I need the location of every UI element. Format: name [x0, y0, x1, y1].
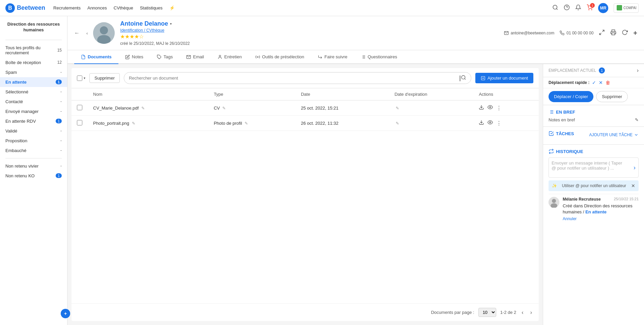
candidate-name[interactable]: Antoine Delanoe	[120, 20, 168, 27]
row-2-expiry: ✎	[389, 116, 473, 131]
move-copy-button[interactable]: Déplacer / Copier	[549, 91, 593, 102]
svg-point-31	[489, 107, 491, 108]
placement-next-icon[interactable]: ›	[637, 67, 639, 73]
history-entry: Mélanie Recruteuse 25/10/22 15:21 Créé d…	[549, 194, 639, 224]
row-1-download-icon[interactable]	[479, 105, 484, 111]
next-page-button[interactable]: ›	[529, 308, 533, 317]
candidate-link[interactable]: Identification / CVthèque	[120, 28, 376, 33]
sidebar-item-tous[interactable]: Tous les profils du recrutement 15	[0, 43, 67, 58]
sidebar-item-valide[interactable]: Validé -	[0, 126, 67, 136]
row-2-date: 26 oct. 2022, 11:32	[296, 116, 389, 131]
tab-entretien[interactable]: Entretien	[211, 50, 249, 64]
prev-page-button[interactable]: ‹	[520, 308, 525, 317]
rapid-move-edit-icon[interactable]: ✕	[599, 80, 603, 85]
svg-line-12	[603, 30, 604, 32]
print-icon[interactable]	[610, 29, 616, 37]
candidate-info: Antoine Delanoe ▾ Identification / CVthè…	[120, 20, 376, 46]
row-2-expiry-edit-icon[interactable]: ✎	[396, 121, 399, 126]
tab-email[interactable]: Email	[179, 50, 211, 64]
select-all-checkbox[interactable]	[77, 76, 82, 81]
row-2-view-icon[interactable]	[487, 120, 493, 126]
row-2-checkbox[interactable]	[77, 120, 82, 125]
sidebar-item-non-retenu-vivier[interactable]: Non retenu vivier -	[0, 161, 67, 171]
row-1-more-icon[interactable]: ⋮	[496, 105, 502, 111]
nav-cvtheque[interactable]: CVthèque	[114, 4, 133, 12]
sidebar-item-contacte[interactable]: Contacté -	[0, 97, 67, 107]
candidate-meta-email: antoine@beetween.com	[504, 31, 555, 35]
sidebar-item-proposition[interactable]: Proposition -	[0, 136, 67, 146]
sidebar-item-en-attente[interactable]: En attente 1	[0, 77, 67, 87]
sidebar-item-selectionne[interactable]: Sélectionné -	[0, 87, 67, 97]
tab-outils-preselection[interactable]: Outils de présélection	[249, 50, 311, 64]
search-input[interactable]	[129, 76, 459, 81]
plus-icon[interactable]: +	[633, 29, 637, 37]
row-2-action-group: ⋮	[479, 120, 533, 126]
row-1-name-edit-icon[interactable]: ✎	[141, 106, 145, 111]
notes-edit-icon[interactable]: ✎	[635, 117, 639, 122]
sidebar-item-boite[interactable]: Boîte de réception 12	[0, 58, 67, 67]
row-1-type-edit-icon[interactable]: ✎	[222, 106, 226, 111]
checkbox-dropdown-arrow[interactable]: ▾	[84, 76, 85, 80]
delete-button[interactable]: Supprimer	[89, 73, 120, 83]
rapid-move-confirm-icon[interactable]: ✓	[592, 80, 596, 85]
search-icon[interactable]	[552, 4, 558, 12]
app-logo[interactable]: B Beetween	[5, 3, 45, 13]
svg-rect-14	[612, 33, 615, 35]
bell-icon[interactable]	[575, 4, 581, 12]
add-task-button[interactable]: AJOUTER UNE TÂCHE	[589, 132, 639, 137]
rapid-move-label: Déplacement rapide :	[549, 80, 589, 85]
mention-close-button[interactable]: ✕	[631, 183, 635, 188]
row-2-name-edit-icon[interactable]: ✎	[132, 121, 135, 126]
history-input-placeholder[interactable]: Envoyer un message interne ( Taper @ pou…	[552, 160, 622, 171]
rapid-move-delete-icon[interactable]: 🗑	[606, 80, 610, 85]
sidebar-item-embauche[interactable]: Embauché -	[0, 146, 67, 155]
row-2-actions: ⋮	[473, 116, 539, 131]
row-2-download-icon[interactable]	[479, 120, 484, 126]
tab-faire-suivre[interactable]: Faire suivre	[311, 50, 354, 64]
sidebar-item-en-attente-rdv[interactable]: En attente RDV 1	[0, 116, 67, 126]
logo-icon: B	[5, 3, 15, 13]
row-1-expiry-edit-icon[interactable]: ✎	[396, 106, 399, 111]
row-1-date: 25 oct. 2022, 15:21	[296, 100, 389, 116]
search-box: |	[124, 72, 471, 84]
placement-actions: Déplacer / Copier Supprimer	[543, 88, 644, 105]
sidebar-item-envoye-manager[interactable]: Envoyé manager -	[0, 107, 67, 116]
candidate-created: créé le 25/10/2022, MAJ le 26/10/2022	[120, 41, 190, 46]
placement-badge: 1	[599, 67, 605, 73]
tab-notes[interactable]: Notes	[118, 50, 150, 64]
sidebar-item-spam[interactable]: Spam -	[0, 67, 67, 77]
add-floating-button[interactable]: +	[61, 309, 67, 318]
help-icon[interactable]	[564, 4, 570, 12]
search-icon[interactable]	[461, 75, 466, 81]
user-avatar[interactable]: MR	[598, 3, 608, 13]
back-arrow-icon[interactable]: ←	[74, 30, 80, 36]
nav-lightning[interactable]: ⚡	[169, 4, 175, 12]
nav-recrutements[interactable]: Recrutements	[53, 4, 81, 12]
sidebar-item-non-retenu-ko[interactable]: Non retenu KO 1	[0, 171, 67, 181]
per-page-select[interactable]: 10 25 50	[478, 308, 496, 317]
row-1-checkbox[interactable]	[77, 105, 82, 110]
row-1-view-icon[interactable]	[487, 105, 493, 111]
candidate-name-dropdown[interactable]: ▾	[170, 22, 172, 26]
history-annuler-link[interactable]: Annuler	[563, 216, 639, 221]
placement-title: EMPLACEMENT ACTUEL 1	[549, 67, 605, 73]
svg-point-41	[552, 199, 556, 203]
nav-annonces[interactable]: Annonces	[87, 4, 107, 12]
historique-title: HISTORIQUE	[549, 149, 639, 154]
cart-icon[interactable]: 1	[587, 4, 593, 12]
history-send-icon[interactable]: ›	[634, 164, 636, 171]
tab-questionnaires[interactable]: Questionnaires	[354, 50, 404, 64]
nav-statistiques[interactable]: Statistiques	[140, 4, 163, 12]
refresh-icon[interactable]	[622, 29, 628, 37]
svg-point-9	[100, 26, 108, 34]
row-2-more-icon[interactable]: ⋮	[496, 120, 502, 126]
row-2-type-edit-icon[interactable]: ✎	[245, 121, 248, 126]
tab-tags[interactable]: Tags	[150, 50, 179, 64]
suppress-button[interactable]: Supprimer	[596, 91, 628, 102]
add-document-button[interactable]: Ajouter un document	[475, 73, 533, 83]
company-logo[interactable]: COMPANY	[614, 3, 639, 13]
resize-icon[interactable]	[599, 29, 605, 37]
prev-arrow-icon[interactable]: ‹	[86, 31, 88, 36]
tab-documents[interactable]: Documents	[74, 50, 118, 64]
svg-point-25	[461, 76, 465, 79]
